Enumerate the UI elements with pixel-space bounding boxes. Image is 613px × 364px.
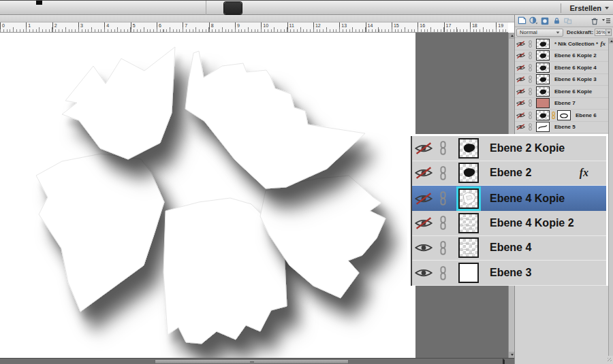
lock-icon[interactable] — [552, 16, 561, 26]
mask-link-icon[interactable] — [551, 112, 556, 119]
link-icon[interactable] — [528, 112, 533, 119]
link-icon[interactable] — [528, 76, 533, 83]
layer-row[interactable]: Ebene 6 Kopie 4 — [515, 62, 609, 74]
layer-row[interactable]: Ebene 3 — [412, 261, 606, 286]
layer-row[interactable]: Ebene 5 — [515, 122, 609, 134]
horizontal-scroll-thumb[interactable] — [155, 359, 349, 364]
layer-name[interactable]: Ebene 5 — [554, 124, 576, 130]
layer-row[interactable]: * Nik Collection * fx — [515, 38, 609, 50]
mode-tab[interactable] — [224, 2, 242, 14]
ruler-number: 5 — [131, 22, 157, 29]
layer-row[interactable]: Ebene 4 Kopie — [412, 186, 606, 211]
layer-name[interactable]: Ebene 6 Kopie 3 — [554, 76, 597, 82]
layer-thumbnail[interactable] — [536, 86, 550, 97]
link-icon[interactable] — [528, 64, 533, 71]
create-menu-button[interactable]: Erstellen — [561, 1, 609, 16]
layer-row[interactable]: Ebene 4 — [412, 236, 606, 261]
panel-resize-grip[interactable] — [608, 358, 612, 361]
layer-name[interactable]: Ebene 2 Kopie — [490, 142, 565, 154]
layers-scrollbar[interactable] — [608, 38, 613, 356]
link-layers-icon[interactable] — [563, 16, 573, 26]
link-icon[interactable] — [439, 216, 447, 230]
layers-scroll-up-arrow[interactable] — [609, 38, 613, 44]
ruler-number: 12 — [314, 22, 340, 29]
layer-name[interactable]: Ebene 6 — [576, 112, 597, 118]
visibility-toggle-icon[interactable] — [415, 217, 433, 229]
opacity-value-field[interactable]: 36% — [595, 29, 606, 36]
layer-row[interactable]: Ebene 6 Kopie — [515, 86, 609, 98]
visibility-toggle-icon[interactable] — [516, 41, 525, 47]
visibility-toggle-icon[interactable] — [516, 65, 525, 71]
layer-thumbnail[interactable] — [458, 138, 479, 159]
layer-thumbnail[interactable] — [536, 122, 550, 132]
link-icon[interactable] — [528, 40, 533, 48]
visibility-toggle-icon[interactable] — [516, 112, 525, 118]
layer-name[interactable]: Ebene 4 Kopie — [490, 193, 565, 205]
link-icon[interactable] — [528, 88, 533, 95]
layer-thumbnail[interactable] — [536, 39, 550, 49]
visibility-toggle-icon[interactable] — [415, 193, 433, 205]
link-icon[interactable] — [528, 99, 533, 107]
layer-row[interactable]: Ebene 6 Kopie 3 — [515, 74, 609, 86]
visibility-toggle-icon[interactable] — [516, 76, 525, 82]
layer-thumbnail[interactable] — [458, 213, 479, 233]
layer-thumbnail[interactable] — [536, 50, 550, 61]
layer-name[interactable]: Ebene 4 — [490, 242, 531, 254]
link-icon[interactable] — [439, 166, 447, 180]
scroll-right-arrow[interactable] — [503, 360, 505, 364]
layer-name[interactable]: Ebene 6 Kopie 2 — [554, 52, 597, 59]
torn-paper-shape-top-right — [185, 51, 365, 188]
layer-row[interactable]: Ebene 2 Kopie — [412, 136, 606, 161]
layer-name[interactable]: Ebene 7 — [554, 100, 576, 106]
document-canvas[interactable] — [0, 33, 415, 358]
visibility-toggle-icon[interactable] — [415, 242, 433, 254]
magnified-layers-panel: Ebene 2 Kopie Ebene 2 fx — [407, 134, 608, 286]
layer-thumbnail[interactable] — [458, 163, 479, 183]
layer-row[interactable]: Ebene 7 — [515, 98, 609, 110]
new-layer-icon[interactable] — [517, 16, 526, 26]
panel-menu-icon[interactable] — [601, 16, 611, 26]
visibility-toggle-icon[interactable] — [415, 167, 433, 179]
layer-name[interactable]: Ebene 4 Kopie 2 — [490, 217, 574, 229]
layer-fx-badge[interactable]: fx — [601, 40, 606, 47]
layer-thumbnail[interactable] — [536, 98, 550, 108]
new-adjustment-layer-icon[interactable] — [529, 16, 538, 26]
mode-tab[interactable] — [191, 1, 206, 16]
layer-name[interactable]: Ebene 6 Kopie 4 — [554, 65, 597, 71]
visibility-toggle-icon[interactable] — [415, 142, 433, 154]
link-icon[interactable] — [439, 191, 447, 205]
visibility-toggle-icon[interactable] — [516, 88, 525, 95]
opacity-dropdown-button[interactable] — [606, 29, 612, 36]
link-icon[interactable] — [439, 141, 447, 155]
visibility-toggle-icon[interactable] — [415, 267, 433, 279]
layer-thumbnail[interactable] — [458, 263, 479, 283]
layer-row[interactable]: Ebene 6 — [515, 110, 609, 122]
layer-row[interactable]: Ebene 2 fx — [412, 161, 606, 186]
visibility-toggle-icon[interactable] — [516, 52, 525, 59]
layer-thumbnail[interactable] — [536, 74, 550, 84]
layer-thumbnail[interactable] — [458, 237, 479, 258]
layer-thumbnail[interactable] — [536, 63, 550, 73]
blend-mode-select[interactable]: Normal — [516, 29, 563, 37]
ruler-number: 13 — [340, 22, 366, 29]
link-icon[interactable] — [528, 52, 533, 59]
layer-name[interactable]: Ebene 3 — [490, 267, 531, 279]
layer-mask-thumbnail[interactable] — [557, 110, 571, 120]
link-icon[interactable] — [439, 266, 447, 280]
layer-fx-badge[interactable]: fx — [580, 167, 588, 179]
delete-layer-icon[interactable] — [590, 16, 599, 26]
layer-row[interactable]: Ebene 4 Kopie 2 — [412, 211, 606, 236]
horizontal-scrollbar[interactable] — [0, 358, 514, 364]
layer-mask-icon[interactable] — [540, 16, 550, 26]
mode-tab[interactable] — [206, 1, 221, 16]
layer-thumbnail[interactable] — [536, 110, 550, 120]
layer-name[interactable]: * Nik Collection * — [554, 41, 598, 47]
visibility-toggle-icon[interactable] — [516, 124, 525, 130]
visibility-toggle-icon[interactable] — [516, 100, 525, 106]
layer-thumbnail[interactable] — [458, 188, 479, 209]
layer-row[interactable]: Ebene 6 Kopie 2 — [515, 50, 609, 63]
layer-name[interactable]: Ebene 2 — [490, 167, 531, 179]
link-icon[interactable] — [439, 241, 447, 255]
link-icon[interactable] — [528, 123, 533, 131]
layer-name[interactable]: Ebene 6 Kopie — [554, 88, 592, 95]
